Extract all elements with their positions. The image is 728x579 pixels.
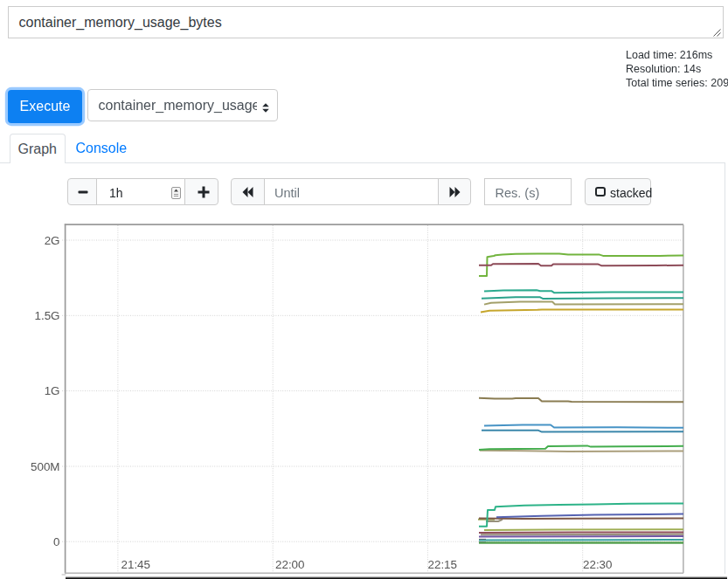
svg-text:500M: 500M: [31, 460, 60, 473]
svg-text:1.5G: 1.5G: [34, 309, 59, 322]
svg-text:2G: 2G: [45, 234, 60, 247]
svg-text:21:45: 21:45: [121, 558, 151, 571]
svg-text:22:00: 22:00: [275, 558, 305, 571]
svg-text:22:30: 22:30: [583, 558, 613, 571]
svg-text:22:15: 22:15: [428, 558, 458, 571]
svg-text:1G: 1G: [45, 384, 60, 397]
svg-text:0: 0: [53, 535, 59, 548]
